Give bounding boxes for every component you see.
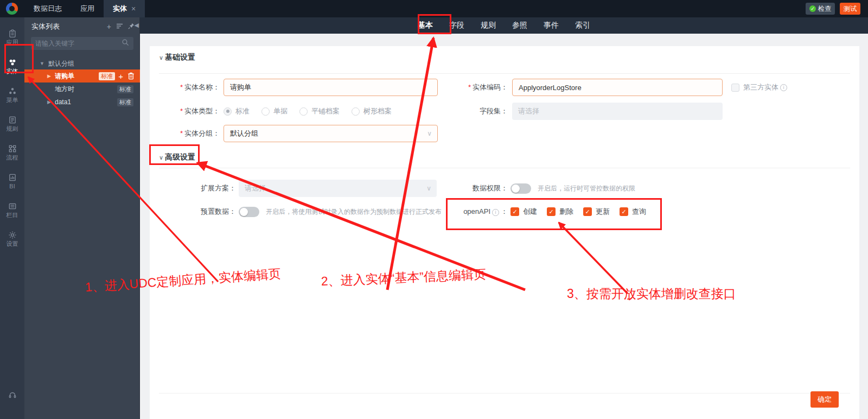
app-logo [6, 3, 18, 15]
footer-divider [159, 393, 850, 393]
openapi-create[interactable]: ✓创建 [510, 207, 537, 217]
search-icon [122, 39, 129, 48]
flow-icon [8, 144, 17, 153]
entity-name-label: *实体名称： [150, 82, 220, 92]
sort-list-icon[interactable] [116, 23, 123, 30]
tree-item-data1[interactable]: ▶ data1 标准 [24, 96, 140, 109]
check-button[interactable]: ✓ 检查 [806, 3, 835, 15]
entity-type-label: *实体类型： [150, 106, 220, 116]
info-icon[interactable]: i [780, 84, 787, 91]
delete-entity-icon[interactable] [127, 72, 135, 80]
close-tab-icon[interactable]: × [131, 5, 136, 12]
radio-flat-archive[interactable]: 平铺档案 [299, 106, 340, 116]
collapse-panel-icon[interactable]: ◀ [135, 22, 139, 29]
checkbox-checked[interactable]: ✓ [510, 207, 519, 216]
data-permission-hint: 开启后，运行时可管控数据的权限 [538, 184, 635, 193]
tab-basic[interactable]: 基本 [418, 21, 433, 30]
top-tab-entity[interactable]: 实体 × [104, 0, 145, 17]
bi-icon [8, 173, 17, 182]
radio-standard[interactable]: 标准 [224, 106, 250, 116]
sidebar-item-entity[interactable]: 实体 [0, 52, 24, 80]
check-icon: ✓ [548, 208, 553, 215]
checkbox-checked[interactable]: ✓ [547, 207, 556, 216]
columns-icon [8, 202, 17, 211]
openapi-query[interactable]: ✓查询 [620, 207, 646, 217]
entity-code-label: *实体编码： [356, 82, 508, 92]
topbar-actions: ✓ 检查 测试 [806, 3, 868, 15]
divider [159, 73, 850, 74]
preset-data-label: 预置数据： [150, 207, 236, 217]
data-permission-label: 数据权限： [356, 183, 508, 193]
section-advanced-settings[interactable]: ∨ 高级设置 [159, 153, 195, 162]
sidebar-item-flow[interactable]: 流程 [0, 138, 24, 167]
confirm-button[interactable]: 确定 [810, 391, 839, 408]
third-party-field: 第三方实体 i [731, 82, 789, 92]
check-icon: ✓ [621, 208, 626, 215]
customer-service-icon[interactable] [0, 391, 24, 399]
chevron-down-icon: ∨ [427, 130, 432, 137]
tree-group-default[interactable]: ▼ 默认分组 [24, 58, 140, 69]
sidebar-item-rules[interactable]: 规则 [0, 109, 24, 138]
main-content: ∨ 基础设置 *实体名称： 请购单 *实体编码： ApplyorderLogSt… [140, 34, 868, 419]
tree-item-purchase-request[interactable]: ▶ 请购单 标准 + [24, 69, 140, 82]
entity-type-badge: 标准 [117, 85, 133, 93]
field-set-label: 字段集： [356, 106, 508, 116]
info-icon[interactable]: i [492, 209, 499, 216]
top-tab-data-log[interactable]: 数据日志 [24, 0, 71, 17]
entity-group-select[interactable]: 默认分组 ∨ [224, 125, 438, 142]
add-child-icon[interactable]: + [118, 72, 123, 81]
caret-down-icon: ∨ [159, 54, 163, 61]
third-party-checkbox[interactable] [731, 84, 739, 92]
tab-index[interactable]: 索引 [575, 21, 590, 30]
tree-closed-icon[interactable]: ▶ [47, 99, 53, 105]
check-circle-icon: ✓ [809, 5, 816, 12]
tab-rules[interactable]: 规则 [481, 21, 496, 30]
top-tab-application[interactable]: 应用 [71, 0, 104, 17]
openapi-delete[interactable]: ✓删除 [547, 207, 573, 217]
sidebar-item-app[interactable]: 应用 [0, 23, 24, 52]
settings-icon [8, 231, 17, 239]
entity-form-card: ∨ 基础设置 *实体名称： 请购单 *实体编码： ApplyorderLogSt… [150, 46, 859, 419]
menu-icon [8, 87, 17, 96]
preset-data-toggle[interactable] [239, 207, 259, 217]
entity-search-box[interactable] [31, 37, 133, 50]
sidebar-item-menu[interactable]: 菜单 [0, 80, 24, 109]
entity-type-badge: 标准 [117, 98, 133, 106]
entity-group-label: *实体分组： [150, 129, 220, 138]
data-permission-toggle[interactable] [510, 183, 531, 194]
entity-list-title: 实体列表 [31, 22, 60, 31]
openapi-update[interactable]: ✓更新 [583, 207, 610, 217]
pin-panel-icon[interactable] [128, 23, 135, 30]
entity-type-badge: 标准 [99, 72, 115, 80]
tab-fields[interactable]: 字段 [449, 21, 464, 30]
checkbox-checked[interactable]: ✓ [583, 207, 592, 216]
add-entity-icon[interactable]: + [107, 23, 111, 30]
check-icon: ✓ [512, 208, 517, 215]
field-set-select[interactable]: 请选择 [512, 103, 723, 120]
section-basic-settings[interactable]: ∨ 基础设置 [159, 53, 195, 62]
module-sidebar: 应用 实体 菜单 规则 流程 BI 栏目 设置 [0, 17, 24, 419]
check-icon: ✓ [585, 208, 590, 215]
openapi-checkbox-group: ✓创建 ✓删除 ✓更新 ✓查询 [510, 207, 656, 217]
caret-down-icon: ∨ [159, 154, 163, 161]
sidebar-item-columns[interactable]: 栏目 [0, 195, 24, 224]
rules-icon [8, 116, 17, 124]
entity-search-input[interactable] [35, 40, 122, 47]
entity-code-input[interactable]: ApplyorderLogStore [512, 79, 723, 96]
entity-icon [8, 58, 17, 67]
tab-events[interactable]: 事件 [544, 21, 559, 30]
divider [159, 168, 850, 168]
sidebar-item-bi[interactable]: BI [0, 167, 24, 195]
radio-document[interactable]: 单据 [261, 106, 288, 116]
entity-list-panel: 实体列表 + ◀ ▼ 默认分组 ▶ 请购单 标准 + 地方时 标准 ▶ data… [24, 17, 140, 419]
tree-closed-icon[interactable]: ▶ [47, 73, 53, 79]
entity-detail-tabbar: 基本 字段 规则 参照 事件 索引 [140, 17, 868, 34]
tree-item-difangshi[interactable]: 地方时 标准 [24, 82, 140, 96]
tree-open-icon[interactable]: ▼ [40, 61, 44, 66]
extension-plan-label: 扩展方案： [150, 183, 236, 193]
sidebar-item-settings[interactable]: 设置 [0, 224, 24, 253]
top-bar: 数据日志 应用 实体 × ✓ 检查 测试 [0, 0, 868, 17]
tab-reference[interactable]: 参照 [512, 21, 527, 30]
checkbox-checked[interactable]: ✓ [620, 207, 628, 216]
test-button[interactable]: 测试 [840, 3, 860, 15]
